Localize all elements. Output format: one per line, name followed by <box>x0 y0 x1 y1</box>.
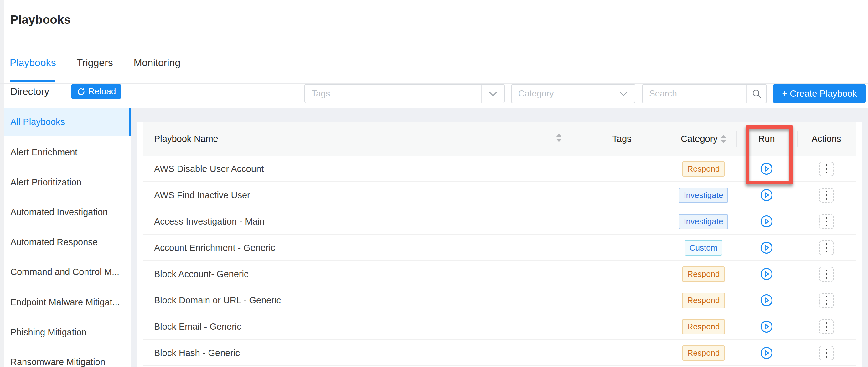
column-header-playbook-name: Playbook Name <box>154 122 218 156</box>
run-play-button[interactable] <box>760 162 773 175</box>
run-play-button[interactable] <box>760 215 773 228</box>
play-icon <box>760 188 773 202</box>
run-cell <box>736 156 797 182</box>
tab-playbooks[interactable]: Playbooks <box>10 57 56 68</box>
actions-kebab-button[interactable] <box>819 161 834 176</box>
table-row[interactable]: Block Hash - Generic Respond <box>144 340 856 366</box>
tags-cell <box>573 156 671 182</box>
run-play-button[interactable] <box>760 241 773 254</box>
actions-kebab-button[interactable] <box>819 241 834 255</box>
sidebar-item-automated-response[interactable]: Automated Response <box>4 233 131 251</box>
run-play-button[interactable] <box>760 320 773 333</box>
run-cell <box>736 235 797 261</box>
table-row[interactable]: Block Domain or URL - Generic Respond <box>144 287 856 313</box>
tags-filter-placeholder: Tags <box>305 89 481 99</box>
table-row[interactable]: Block Email - Generic Respond <box>144 313 856 340</box>
actions-kebab-button[interactable] <box>819 267 834 281</box>
actions-kebab-button[interactable] <box>819 319 834 334</box>
search-icon <box>751 89 762 99</box>
window-left-edge <box>0 0 4 367</box>
sidebar-item-automated-investigation[interactable]: Automated Investigation <box>4 203 131 221</box>
play-icon <box>760 162 773 175</box>
run-cell <box>736 313 797 340</box>
sidebar-item-label: Command and Control M... <box>10 267 119 277</box>
create-playbook-button[interactable]: + Create Playbook <box>773 84 866 103</box>
column-header-actions: Actions <box>797 122 856 156</box>
page-title: Playbooks <box>10 13 71 27</box>
play-icon <box>760 241 773 254</box>
sidebar-item-label: All Playbooks <box>10 117 65 127</box>
run-play-button[interactable] <box>760 268 773 281</box>
sidebar-item-alert-prioritization[interactable]: Alert Prioritization <box>4 173 131 192</box>
sidebar-item-phishing-mitigation[interactable]: Phishing Mitigation <box>4 323 131 342</box>
category-badge: Respond <box>682 345 724 361</box>
category-filter-select[interactable]: Category <box>511 84 636 103</box>
run-play-button[interactable] <box>760 294 773 307</box>
actions-kebab-button[interactable] <box>819 188 834 203</box>
sidebar-item-command-and-control[interactable]: Command and Control M... <box>4 263 131 281</box>
table-row[interactable]: AWS Disable User Account Respond <box>144 156 856 182</box>
playbook-name: Access Investigation - Main <box>154 208 265 235</box>
playbooks-page: Playbooks Playbooks Triggers Monitoring … <box>0 0 868 367</box>
column-header-category: Category <box>671 122 736 156</box>
sidebar-item-endpoint-malware[interactable]: Endpoint Malware Mitigat... <box>4 293 131 312</box>
run-cell <box>736 287 797 313</box>
sidebar-item-label: Automated Investigation <box>10 207 108 217</box>
tags-filter-dropdown-toggle[interactable] <box>481 85 504 103</box>
actions-cell <box>797 235 856 261</box>
actions-cell <box>797 208 856 235</box>
table-row[interactable]: AWS Find Inactive User Investigate <box>144 182 856 208</box>
tab-monitoring[interactable]: Monitoring <box>134 57 180 68</box>
actions-kebab-button[interactable] <box>819 346 834 360</box>
tags-cell <box>573 182 671 208</box>
category-badge: Custom <box>684 240 723 255</box>
sidebar-item-label: Phishing Mitigation <box>10 327 86 338</box>
table-header: Playbook Name Tags Category Run Actions <box>144 122 856 156</box>
play-icon <box>760 215 773 228</box>
tags-filter-select[interactable]: Tags <box>304 84 505 103</box>
active-tab-underline <box>10 80 55 82</box>
playbook-name: Block Account- Generic <box>154 261 248 287</box>
sort-icon-playbook-name[interactable] <box>556 134 562 142</box>
sidebar-item-label: Alert Prioritization <box>10 177 82 188</box>
actions-kebab-button[interactable] <box>819 293 834 308</box>
run-cell <box>736 261 797 287</box>
category-filter-dropdown-toggle[interactable] <box>612 85 635 103</box>
playbook-name: AWS Find Inactive User <box>154 182 250 208</box>
tags-cell <box>573 235 671 261</box>
search-submit[interactable] <box>746 85 766 103</box>
reload-icon <box>77 87 85 96</box>
search-input[interactable] <box>643 85 746 103</box>
table-row[interactable]: Access Investigation - Main Investigate <box>144 208 856 235</box>
run-play-button[interactable] <box>760 188 773 202</box>
category-cell: Investigate <box>671 208 736 235</box>
sidebar-item-ransomware-mitigation[interactable]: Ransomware Mitigation <box>4 353 131 367</box>
sidebar-item-all-playbooks[interactable]: All Playbooks <box>4 108 131 135</box>
category-badge: Respond <box>682 161 724 177</box>
column-header-category-label: Category <box>681 134 718 144</box>
playbook-name: Account Enrichment - Generic <box>154 235 275 261</box>
playbook-name: Block Hash - Generic <box>154 340 240 366</box>
category-badge: Respond <box>682 267 724 282</box>
actions-cell <box>797 313 856 340</box>
table-body: AWS Disable User Account Respond AWS Fin… <box>144 156 856 366</box>
reload-button[interactable]: Reload <box>71 84 122 99</box>
sidebar-item-label: Ransomware Mitigation <box>10 357 105 367</box>
play-icon <box>760 268 773 281</box>
category-cell: Investigate <box>671 182 736 208</box>
tags-cell <box>573 208 671 235</box>
tab-bar: Playbooks Triggers Monitoring <box>10 57 180 68</box>
sort-icon-category[interactable] <box>720 135 726 143</box>
sidebar-item-alert-enrichment[interactable]: Alert Enrichment <box>4 143 131 161</box>
play-icon <box>760 294 773 307</box>
sidebar-item-label: Alert Enrichment <box>10 147 78 157</box>
actions-cell <box>797 287 856 313</box>
run-cell <box>736 182 797 208</box>
playbook-name: AWS Disable User Account <box>154 156 264 182</box>
play-icon <box>760 346 773 360</box>
actions-kebab-button[interactable] <box>819 214 834 229</box>
run-play-button[interactable] <box>760 346 773 360</box>
table-row[interactable]: Block Account- Generic Respond <box>144 261 856 287</box>
tab-triggers[interactable]: Triggers <box>77 57 113 68</box>
table-row[interactable]: Account Enrichment - Generic Custom <box>144 235 856 261</box>
